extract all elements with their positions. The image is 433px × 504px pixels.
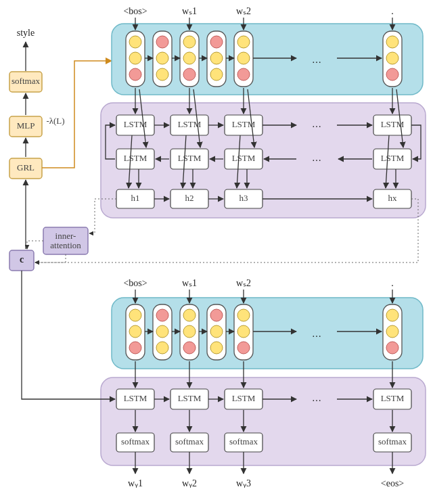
svg-text:h1: h1 (131, 193, 140, 203)
svg-point-14 (210, 52, 223, 64)
svg-point-21 (386, 36, 398, 48)
svg-text:softmax: softmax (229, 436, 258, 446)
enc-lstm-b-dots: … (312, 153, 321, 163)
enc-tl-1s (207, 31, 226, 87)
svg-point-42 (156, 325, 168, 338)
dec-tl-1s (207, 304, 226, 360)
svg-point-39 (129, 342, 141, 354)
svg-text:LSTM: LSTM (381, 393, 405, 403)
mlp-label: MLP (17, 120, 35, 131)
svg-point-43 (156, 342, 168, 354)
svg-point-15 (210, 68, 223, 81)
dec-tl-0 (126, 304, 145, 360)
lambda-label: -λ(L) (46, 116, 64, 126)
svg-point-22 (386, 52, 398, 64)
enc-tl-0 (126, 31, 145, 87)
svg-point-7 (156, 68, 168, 81)
d-att-to-c-top (27, 241, 43, 249)
enc-in-0: <bos> (123, 6, 147, 16)
inner-attention-label-2: attention (50, 240, 81, 250)
svg-point-10 (183, 52, 196, 64)
svg-point-5 (156, 36, 168, 48)
svg-point-18 (237, 52, 250, 64)
dec-in-3: . (391, 278, 394, 288)
svg-text:softmax: softmax (175, 436, 204, 446)
svg-point-55 (237, 342, 250, 354)
svg-point-2 (129, 52, 141, 64)
svg-point-57 (386, 309, 398, 321)
dec-in-2: wₛ2 (236, 278, 251, 288)
svg-text:h3: h3 (240, 193, 248, 203)
svg-text:softmax: softmax (121, 436, 150, 446)
dec-tl-2 (234, 304, 253, 360)
enc-tl-0s (153, 31, 172, 87)
svg-text:LSTM: LSTM (124, 393, 147, 403)
svg-point-51 (210, 342, 223, 354)
enc-embed-dots: … (312, 55, 321, 65)
dec-tl-3 (383, 304, 402, 360)
svg-point-46 (183, 325, 196, 338)
dec-out-3: <eos> (381, 478, 405, 488)
svg-point-19 (237, 68, 250, 81)
dec-out-0: wᵧ1 (128, 478, 143, 488)
dec-tl-1 (180, 304, 199, 360)
svg-text:LSTM: LSTM (124, 153, 147, 163)
softmax-label: softmax (12, 76, 40, 86)
enc-tl-1 (180, 31, 199, 87)
svg-point-11 (183, 68, 196, 81)
svg-point-17 (237, 36, 250, 48)
svg-point-49 (210, 309, 223, 321)
enc-in-1: wₛ1 (182, 6, 197, 16)
enc-lstm-f-dots: … (312, 119, 321, 129)
d-att-to-c-bot (35, 254, 66, 262)
svg-point-41 (156, 309, 168, 321)
svg-point-47 (183, 342, 196, 354)
svg-point-9 (183, 36, 196, 48)
enc-tl-3 (383, 31, 402, 87)
enc-in-2: wₛ2 (236, 6, 251, 16)
svg-text:softmax: softmax (378, 436, 407, 446)
svg-text:LSTM: LSTM (232, 393, 256, 403)
enc-in-3: . (391, 6, 394, 16)
a-c-to-dec (22, 271, 115, 399)
dec-in-1: wₛ1 (182, 278, 197, 288)
svg-point-58 (386, 325, 398, 338)
style-label: style (17, 28, 35, 38)
svg-text:h2: h2 (185, 193, 194, 203)
svg-point-3 (129, 68, 141, 81)
svg-point-23 (386, 68, 398, 81)
svg-text:LSTM: LSTM (178, 153, 202, 163)
svg-point-1 (129, 36, 141, 48)
enc-tl-2 (234, 31, 253, 87)
svg-text:hx: hx (388, 193, 398, 203)
svg-point-53 (237, 309, 250, 321)
svg-point-59 (386, 342, 398, 354)
svg-text:LSTM: LSTM (232, 153, 256, 163)
dec-out-1: wᵧ2 (182, 478, 197, 488)
dec-tl-0s (153, 304, 172, 360)
dec-in-0: <bos> (123, 278, 147, 288)
svg-point-13 (210, 36, 223, 48)
grl-label: GRL (17, 162, 35, 173)
svg-point-6 (156, 52, 168, 64)
svg-text:LSTM: LSTM (178, 393, 202, 403)
svg-point-54 (237, 325, 250, 338)
dec-embed-dots: … (312, 329, 321, 339)
svg-point-38 (129, 325, 141, 338)
svg-text:LSTM: LSTM (381, 153, 405, 163)
dec-out-2: wᵧ3 (236, 478, 251, 488)
inner-attention-label-1: inner- (55, 231, 76, 241)
svg-point-50 (210, 325, 223, 338)
dec-lstm-dots: … (312, 393, 321, 403)
svg-point-37 (129, 309, 141, 321)
context-c-label: c (20, 254, 24, 265)
svg-point-45 (183, 309, 196, 321)
